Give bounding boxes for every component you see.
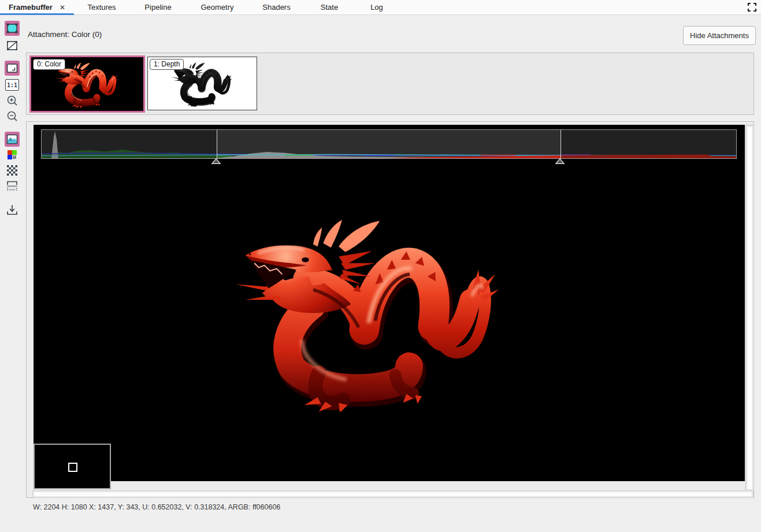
pixel-status-readout: W: 2204 H: 1080 X: 1437, Y: 343, U: 0.65… bbox=[33, 503, 280, 511]
zoom-in-icon[interactable] bbox=[5, 94, 20, 109]
rgba-channels-glyph bbox=[5, 148, 19, 162]
minimap[interactable] bbox=[34, 444, 111, 489]
solid-background-icon[interactable] bbox=[5, 178, 20, 194]
tab-bar: Framebuffer ✕ Textures Pipeline Geometry… bbox=[0, 0, 761, 15]
dragon-render bbox=[230, 211, 507, 412]
rgba-channels-icon[interactable] bbox=[5, 147, 20, 162]
zoom-in-glyph bbox=[5, 94, 19, 108]
actual-size-label: 1:1 bbox=[5, 79, 19, 91]
zoom-out-icon[interactable] bbox=[5, 109, 20, 124]
fit-to-window-glyph bbox=[5, 61, 19, 75]
attachment-thumbnail-color[interactable]: 0: Color bbox=[29, 55, 145, 113]
framebuffer-canvas[interactable] bbox=[34, 125, 745, 481]
minimap-viewport-rect[interactable] bbox=[68, 463, 77, 472]
tab-state-label: State bbox=[321, 3, 338, 12]
histogram-range-min-handle[interactable] bbox=[211, 158, 221, 164]
histogram[interactable] bbox=[41, 129, 737, 159]
image-display-icon[interactable] bbox=[5, 132, 20, 147]
selection-rect-icon[interactable] bbox=[5, 21, 20, 36]
selection-rect-glyph bbox=[5, 21, 19, 35]
framebuffer-view-area bbox=[26, 121, 754, 498]
checkerboard-background-icon[interactable] bbox=[5, 163, 20, 178]
tab-geometry-label: Geometry bbox=[201, 3, 233, 12]
zoom-out-glyph bbox=[5, 110, 19, 124]
framebuffer-viewer-window: Framebuffer ✕ Textures Pipeline Geometry… bbox=[0, 0, 761, 532]
image-display-glyph bbox=[5, 132, 19, 146]
attachments-strip: 0: Color 1: Depth bbox=[26, 53, 754, 115]
tab-state[interactable]: State bbox=[305, 0, 354, 14]
tab-geometry[interactable]: Geometry bbox=[187, 0, 248, 14]
close-tab-icon[interactable]: ✕ bbox=[60, 3, 65, 12]
checkerboard-glyph bbox=[5, 163, 19, 177]
tab-textures-label: Textures bbox=[87, 3, 116, 12]
tab-log-label: Log bbox=[370, 3, 383, 12]
active-tab-underline bbox=[0, 13, 74, 15]
tab-shaders-label: Shaders bbox=[262, 3, 290, 12]
fit-to-window-icon[interactable] bbox=[5, 61, 20, 76]
tab-pipeline[interactable]: Pipeline bbox=[129, 0, 187, 14]
solid-background-glyph bbox=[5, 179, 19, 193]
tab-shaders[interactable]: Shaders bbox=[248, 0, 305, 14]
horizontal-scrollbar-thumb[interactable] bbox=[34, 492, 752, 497]
attachment-thumbnail-depth[interactable]: 1: Depth bbox=[147, 57, 257, 110]
no-selection-icon[interactable] bbox=[5, 38, 20, 53]
save-image-glyph bbox=[5, 203, 19, 217]
tab-framebuffer[interactable]: Framebuffer ✕ bbox=[0, 0, 74, 14]
attachment-title: Attachment: Color (0) bbox=[28, 30, 102, 39]
tab-log[interactable]: Log bbox=[354, 0, 400, 14]
histogram-plot bbox=[42, 130, 736, 158]
attachment-label-depth: 1: Depth bbox=[150, 59, 184, 70]
attachment-label-color: 0: Color bbox=[33, 59, 65, 70]
actual-size-icon[interactable]: 1:1 bbox=[5, 77, 20, 92]
vertical-scrollbar[interactable] bbox=[745, 125, 754, 491]
fullscreen-icon[interactable] bbox=[747, 2, 757, 12]
tab-textures[interactable]: Textures bbox=[74, 0, 129, 14]
no-selection-glyph bbox=[5, 39, 19, 53]
tab-pipeline-label: Pipeline bbox=[144, 3, 171, 12]
save-image-icon[interactable] bbox=[5, 202, 20, 217]
tab-framebuffer-label: Framebuffer bbox=[9, 3, 53, 12]
hide-attachments-button[interactable]: Hide Attachments bbox=[683, 26, 756, 45]
vertical-scrollbar-thumb[interactable] bbox=[747, 126, 753, 490]
histogram-range-max-handle[interactable] bbox=[555, 158, 565, 164]
horizontal-scrollbar[interactable] bbox=[32, 490, 753, 498]
